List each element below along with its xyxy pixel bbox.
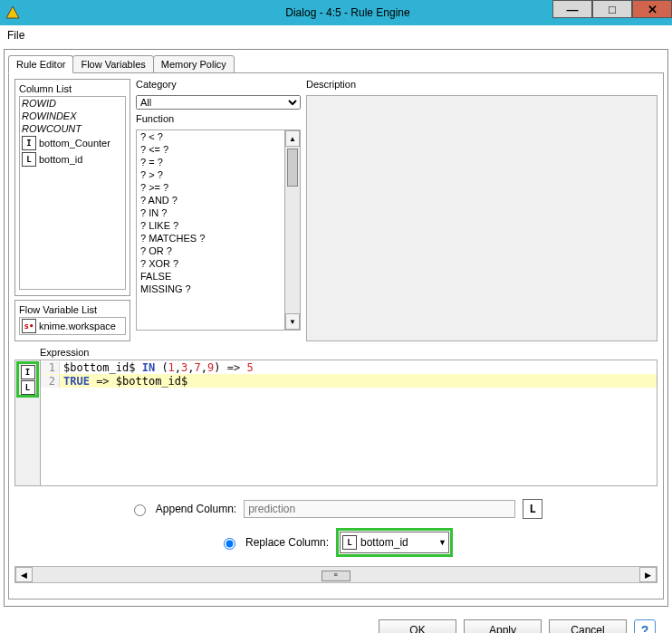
scroll-track[interactable]: ≡ xyxy=(33,568,639,581)
code-line[interactable]: 1$bottom_id$ IN (1,3,7,9) => 5 xyxy=(41,360,657,374)
type-badge: I xyxy=(22,136,36,150)
menubar: File xyxy=(0,25,672,45)
category-label: Category xyxy=(136,79,301,90)
menu-file[interactable]: File xyxy=(7,29,24,42)
flow-variable-item[interactable]: s•knime.workspace xyxy=(20,318,125,334)
scroll-down-icon[interactable]: ▼ xyxy=(285,313,300,330)
scroll-right-icon[interactable]: ▶ xyxy=(639,567,657,582)
replace-column-select[interactable]: L bottom_id ▼ xyxy=(340,532,449,553)
tab-rule-editor[interactable]: Rule Editor xyxy=(8,55,73,73)
ok-button[interactable]: OK xyxy=(379,619,456,633)
function-item[interactable]: MISSING ? xyxy=(137,283,284,295)
append-column-radio[interactable] xyxy=(134,504,146,516)
append-column-label: Append Column: xyxy=(156,503,236,515)
append-column-input[interactable] xyxy=(244,500,515,518)
function-item[interactable]: ? XOR ? xyxy=(137,257,284,270)
function-item[interactable]: ? MATCHES ? xyxy=(137,232,284,245)
tab-flow-variables[interactable]: Flow Variables xyxy=(72,55,153,73)
function-label: Function xyxy=(136,113,301,124)
gutter-highlight: I L xyxy=(16,361,39,398)
horizontal-scrollbar[interactable]: ◀ ≡ ▶ xyxy=(14,566,658,583)
function-item[interactable]: ? > ? xyxy=(137,168,284,181)
column-list-label: Column List xyxy=(19,83,126,94)
flow-variable-list[interactable]: s•knime.workspace xyxy=(19,317,126,335)
output-options: Append Column: L Replace Column: L botto… xyxy=(14,499,658,557)
category-select[interactable]: All xyxy=(136,95,301,110)
description-box xyxy=(306,95,658,341)
column-list-item[interactable]: ROWINDEX xyxy=(20,110,125,122)
titlebar: Dialog - 4:5 - Rule Engine — □ ✕ xyxy=(0,0,672,25)
function-list-scrollbar[interactable]: ▲ ▼ xyxy=(284,130,300,330)
expression-editor[interactable]: I L 1$bottom_id$ IN (1,3,7,9) => 52TRUE … xyxy=(14,360,658,486)
expression-code[interactable]: 1$bottom_id$ IN (1,3,7,9) => 52TRUE => $… xyxy=(40,360,658,486)
function-item[interactable]: ? IN ? xyxy=(137,206,284,219)
gutter-type-badge-l: L xyxy=(21,380,35,395)
column-list-panel: Column List ROWIDROWINDEXROWCOUNTIbottom… xyxy=(14,79,130,296)
code-line[interactable]: 2TRUE => $bottom_id$ xyxy=(41,374,657,388)
function-item[interactable]: ? >= ? xyxy=(137,181,284,194)
type-badge: L xyxy=(22,152,36,167)
function-item[interactable]: FALSE xyxy=(137,270,284,283)
maximize-button[interactable]: □ xyxy=(592,0,632,18)
function-item[interactable]: ? < ? xyxy=(137,130,284,143)
dialog-body: Rule Editor Flow Variables Memory Policy… xyxy=(4,49,668,607)
tabs: Rule Editor Flow Variables Memory Policy xyxy=(8,53,664,73)
tab-content: Column List ROWIDROWINDEXROWCOUNTIbottom… xyxy=(8,72,664,599)
column-list-item[interactable]: ROWCOUNT xyxy=(20,122,125,135)
scroll-left-icon[interactable]: ◀ xyxy=(15,567,33,582)
replace-column-radio[interactable] xyxy=(224,538,235,550)
column-list-item[interactable]: Lbottom_id xyxy=(20,151,125,168)
column-list-item[interactable]: Ibottom_Counter xyxy=(20,135,125,151)
close-button[interactable]: ✕ xyxy=(632,0,672,18)
column-list[interactable]: ROWIDROWINDEXROWCOUNTIbottom_CounterLbot… xyxy=(19,96,126,290)
replace-column-label: Replace Column: xyxy=(245,536,329,549)
replace-type-badge: L xyxy=(342,535,357,550)
flow-variable-panel: Flow Variable List s•knime.workspace xyxy=(14,300,130,341)
function-item[interactable]: ? <= ? xyxy=(137,143,284,156)
flow-variable-label: Flow Variable List xyxy=(19,304,126,315)
function-item[interactable]: ? LIKE ? xyxy=(137,219,284,232)
gutter-type-badge-i: I xyxy=(21,365,35,379)
function-item[interactable]: ? = ? xyxy=(137,156,284,168)
function-item[interactable]: ? AND ? xyxy=(137,194,284,206)
function-list[interactable]: ? < ?? <= ?? = ?? > ?? >= ?? AND ?? IN ?… xyxy=(136,129,301,331)
tab-memory-policy[interactable]: Memory Policy xyxy=(153,55,235,73)
function-item[interactable]: ? OR ? xyxy=(137,245,284,257)
type-badge: s• xyxy=(22,319,36,333)
svg-marker-0 xyxy=(6,6,19,18)
scroll-up-icon[interactable]: ▲ xyxy=(285,130,300,147)
cancel-button[interactable]: Cancel xyxy=(549,619,627,633)
apply-button[interactable]: Apply xyxy=(464,619,542,633)
expression-gutter: I L xyxy=(14,360,40,486)
replace-column-highlight: L bottom_id ▼ xyxy=(336,528,453,557)
minimize-button[interactable]: — xyxy=(552,0,592,18)
dialog-buttons: OK Apply Cancel ? xyxy=(0,610,672,633)
replace-column-value: bottom_id xyxy=(360,536,408,549)
chevron-down-icon: ▼ xyxy=(438,538,446,547)
expression-label: Expression xyxy=(40,347,658,358)
description-label: Description xyxy=(306,79,658,90)
help-icon[interactable]: ? xyxy=(634,619,656,633)
app-icon xyxy=(5,5,20,20)
column-list-item[interactable]: ROWID xyxy=(20,97,125,110)
append-type-badge: L xyxy=(523,499,542,519)
